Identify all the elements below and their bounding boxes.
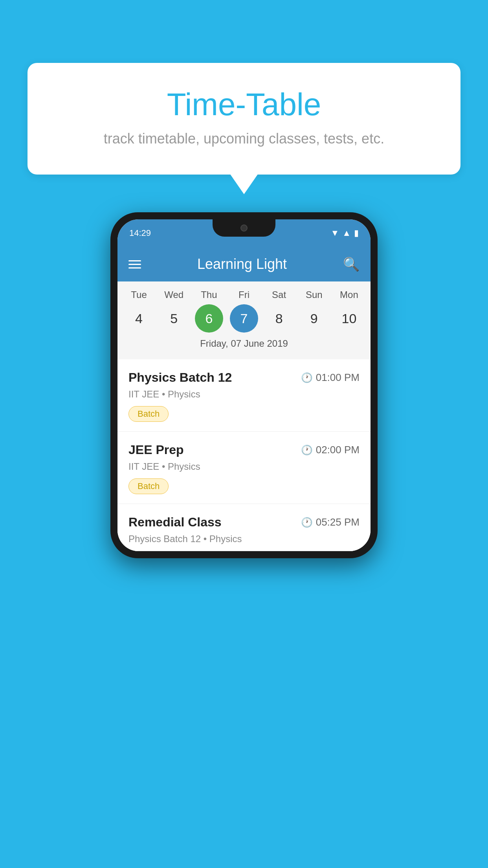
day-labels-row: Tue Wed Thu Fri Sat Sun Mon: [117, 289, 371, 304]
item-2-time: 🕐 02:00 PM: [301, 444, 360, 456]
day-label-sat: Sat: [263, 289, 295, 300]
item-1-title: Physics Batch 12: [128, 370, 232, 385]
day-label-fri: Fri: [228, 289, 260, 300]
item-2-header: JEE Prep 🕐 02:00 PM: [128, 443, 360, 457]
signal-icon: ▲: [342, 228, 351, 238]
day-4[interactable]: 4: [125, 304, 153, 333]
bubble-subtitle: track timetable, upcoming classes, tests…: [59, 131, 429, 147]
schedule-item-3[interactable]: Remedial Class 🕐 05:25 PM Physics Batch …: [117, 504, 371, 551]
phone-mockup: 14:29 ▼ ▲ ▮ Learning Light 🔍: [110, 212, 378, 558]
status-icons: ▼ ▲ ▮: [330, 228, 359, 238]
day-7-selected[interactable]: 7: [230, 304, 258, 333]
item-1-header: Physics Batch 12 🕐 01:00 PM: [128, 370, 360, 385]
item-1-badge: Batch: [128, 406, 169, 422]
clock-icon-1: 🕐: [301, 372, 313, 383]
item-2-subtitle: IIT JEE • Physics: [128, 461, 360, 472]
status-bar: 14:29 ▼ ▲ ▮: [117, 219, 371, 247]
schedule-item-1[interactable]: Physics Batch 12 🕐 01:00 PM IIT JEE • Ph…: [117, 359, 371, 432]
day-label-tue: Tue: [123, 289, 155, 300]
item-2-title: JEE Prep: [128, 443, 184, 457]
schedule-list: Physics Batch 12 🕐 01:00 PM IIT JEE • Ph…: [117, 359, 371, 551]
menu-line-2: [128, 264, 141, 265]
clock-icon-2: 🕐: [301, 445, 313, 456]
speech-bubble-container: Time-Table track timetable, upcoming cla…: [28, 63, 460, 175]
search-icon[interactable]: 🔍: [343, 256, 360, 272]
schedule-item-2[interactable]: JEE Prep 🕐 02:00 PM IIT JEE • Physics Ba…: [117, 432, 371, 504]
battery-icon: ▮: [354, 228, 359, 238]
selected-date-label: Friday, 07 June 2019: [117, 338, 371, 355]
menu-button[interactable]: [128, 260, 141, 268]
day-label-wed: Wed: [158, 289, 190, 300]
clock-icon-3: 🕐: [301, 517, 313, 528]
wifi-icon: ▼: [330, 228, 339, 238]
day-9[interactable]: 9: [300, 304, 328, 333]
bubble-title: Time-Table: [59, 86, 429, 123]
item-3-time: 🕐 05:25 PM: [301, 516, 360, 528]
camera: [240, 224, 248, 232]
day-numbers-row: 4 5 6 7 8 9 10: [117, 304, 371, 338]
notch: [213, 219, 275, 237]
day-8[interactable]: 8: [265, 304, 293, 333]
item-3-subtitle: Physics Batch 12 • Physics: [128, 533, 360, 544]
item-1-time: 🕐 01:00 PM: [301, 371, 360, 384]
item-1-subtitle: IIT JEE • Physics: [128, 389, 360, 400]
app-title: Learning Light: [197, 256, 287, 272]
app-header: Learning Light 🔍: [117, 247, 371, 281]
menu-line-1: [128, 260, 141, 261]
menu-line-3: [128, 267, 141, 268]
item-3-header: Remedial Class 🕐 05:25 PM: [128, 515, 360, 530]
day-label-mon: Mon: [333, 289, 365, 300]
day-label-thu: Thu: [193, 289, 225, 300]
day-5[interactable]: 5: [160, 304, 188, 333]
day-10[interactable]: 10: [335, 304, 363, 333]
item-2-badge: Batch: [128, 478, 169, 494]
calendar-section: Tue Wed Thu Fri Sat Sun Mon 4 5 6 7 8 9 …: [117, 281, 371, 359]
day-label-sun: Sun: [298, 289, 330, 300]
speech-bubble: Time-Table track timetable, upcoming cla…: [28, 63, 460, 175]
phone-screen: 14:29 ▼ ▲ ▮ Learning Light 🔍: [117, 219, 371, 551]
day-6-today[interactable]: 6: [195, 304, 223, 333]
phone-outer-frame: 14:29 ▼ ▲ ▮ Learning Light 🔍: [110, 212, 378, 558]
status-time: 14:29: [129, 228, 151, 238]
item-3-title: Remedial Class: [128, 515, 222, 530]
